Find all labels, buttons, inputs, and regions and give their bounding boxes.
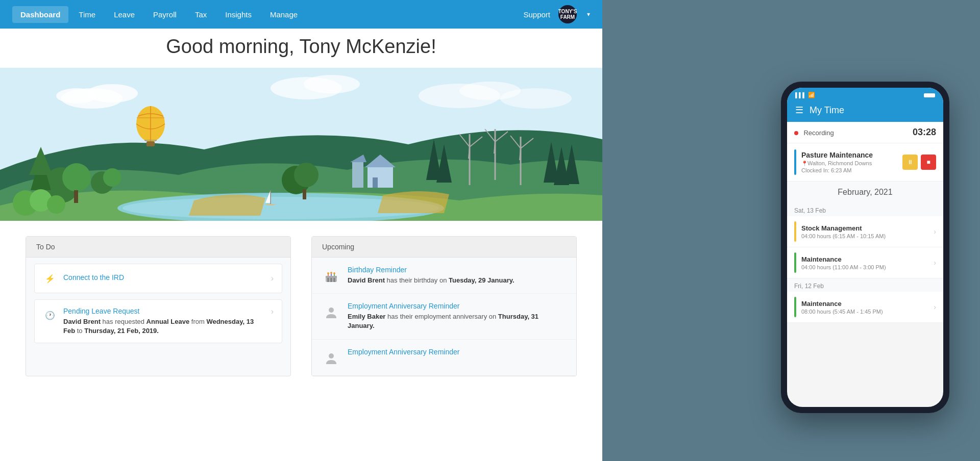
phone-frame: ▌▌▌ 📶 ☰ My Time Recording 03:28: [781, 82, 949, 413]
svg-point-62: [327, 272, 329, 274]
nav-items: Dashboard Time Leave Payroll Tax Insight…: [12, 6, 523, 23]
stock-mgmt-info: Stock Management 04:00 hours (6:15 AM - …: [801, 224, 934, 239]
maintenance2-info: Maintenance 08:00 hours (5:45 AM - 1:45 …: [801, 300, 934, 315]
svg-rect-46: [303, 189, 306, 199]
svg-rect-21: [368, 167, 393, 188]
phone-app-header: ☰ My Time: [787, 100, 943, 122]
todo-item-leave-content: Pending Leave Request David Brent has re…: [63, 307, 267, 336]
upcoming-item-anniversary1: Employment Anniversary Reminder Emily Ba…: [312, 294, 576, 339]
maintenance1-hours: 04:00 hours (11:00 AM - 3:00 PM): [801, 264, 934, 270]
phone-date-fri12: Fri, 12 Feb: [787, 278, 943, 292]
upcoming-item-anniversary2: Employment Anniversary Reminder: [312, 340, 576, 376]
leave-text3: to: [77, 327, 84, 335]
upcoming-birthday-desc: David Brent has their birthday on Tuesda…: [348, 276, 566, 285]
leave-text1: has requested: [103, 318, 146, 325]
greeting-text: Good morning, Tony McKenzie!: [10, 36, 592, 58]
job-info: Pasture Maintenance Walton, Richmond Dow…: [801, 151, 902, 173]
support-link[interactable]: Support: [523, 10, 550, 19]
upcoming-item-birthday: Birthday Reminder David Brent has their …: [312, 258, 576, 294]
maintenance2-title: Maintenance: [801, 300, 934, 308]
svg-rect-52: [146, 141, 155, 146]
phone-recording-bar: Recording 03:28: [787, 122, 943, 143]
maintenance1-chevron: ›: [934, 259, 936, 267]
hero-illustration: [0, 68, 602, 221]
signal-bars-icon: ▌▌▌: [795, 92, 806, 98]
anniversary1-text1: has their employment anniversary on: [387, 313, 498, 320]
upcoming-birthday-content: Birthday Reminder David Brent has their …: [348, 266, 566, 285]
phone-mockup-section: ▌▌▌ 📶 ☰ My Time Recording 03:28: [602, 0, 980, 461]
recording-indicator: Recording: [794, 128, 834, 137]
avatar-text: TONY'SFARM: [558, 9, 577, 20]
job-clock: Clocked In: 6:23 AM: [801, 167, 902, 173]
nav-item-payroll[interactable]: Payroll: [145, 6, 185, 23]
maintenance1-title: Maintenance: [801, 255, 934, 263]
phone-screen: ▌▌▌ 📶 ☰ My Time Recording 03:28: [787, 88, 943, 407]
svg-point-12: [62, 163, 91, 192]
maintenance2-hours: 08:00 hours (5:45 AM - 1:45 PM): [801, 309, 934, 315]
todo-panel: To Do ⚡ Connect to the IRD › 🕐 Pending L…: [26, 236, 291, 376]
svg-rect-23: [373, 177, 378, 188]
svg-point-66: [333, 272, 335, 274]
leave-text2: from: [191, 318, 207, 325]
upcoming-panel: Upcoming: [311, 236, 577, 376]
phone-month-header: February, 2021: [787, 182, 943, 203]
user-dropdown-chevron[interactable]: ▾: [587, 11, 590, 18]
job-title: Pasture Maintenance: [801, 151, 902, 159]
panels-row: To Do ⚡ Connect to the IRD › 🕐 Pending L…: [0, 226, 602, 387]
avatar[interactable]: TONY'SFARM: [558, 5, 577, 23]
svg-point-68: [329, 353, 334, 358]
pause-button[interactable]: ⏸: [902, 155, 918, 170]
phone-entry-maintenance1[interactable]: Maintenance 04:00 hours (11:00 AM - 3:00…: [787, 247, 943, 278]
upcoming-anniversary1-content: Employment Anniversary Reminder Emily Ba…: [348, 302, 566, 330]
anniversary-icon-1: [322, 303, 340, 321]
birthday-icon: [322, 267, 340, 285]
svg-rect-13: [74, 190, 78, 203]
leave-name: David Brent: [63, 318, 101, 325]
phone-status-bar: ▌▌▌ 📶: [787, 88, 943, 100]
todo-item-leave-chevron: ›: [271, 307, 274, 316]
nav-right: Support TONY'SFARM ▾: [523, 5, 590, 23]
todo-item-leave-title[interactable]: Pending Leave Request: [63, 307, 267, 315]
upcoming-anniversary2-title[interactable]: Employment Anniversary Reminder: [348, 348, 566, 356]
nav-item-dashboard[interactable]: Dashboard: [12, 6, 68, 23]
birthday-text1: has their birthday on: [387, 276, 449, 284]
nav-item-insights[interactable]: Insights: [217, 6, 260, 23]
navigation: Dashboard Time Leave Payroll Tax Insight…: [0, 0, 602, 29]
svg-point-8: [500, 88, 572, 109]
phone-entry-stock[interactable]: Stock Management 04:00 hours (6:15 AM - …: [787, 216, 943, 247]
svg-rect-57: [327, 278, 329, 282]
stop-button[interactable]: ■: [921, 155, 936, 170]
svg-point-45: [294, 163, 318, 187]
job-color-bar: [794, 149, 796, 175]
svg-point-64: [330, 272, 332, 274]
recording-dot: [794, 131, 798, 135]
upcoming-birthday-title[interactable]: Birthday Reminder: [348, 266, 566, 274]
job-location: Walton, Richmond Downs: [801, 160, 902, 166]
maintenance1-bar: [794, 252, 796, 273]
nav-item-tax[interactable]: Tax: [187, 6, 215, 23]
phone-entry-maintenance2[interactable]: Maintenance 08:00 hours (5:45 AM - 1:45 …: [787, 292, 943, 323]
phone-date-sat13: Sat, 13 Feb: [787, 203, 943, 216]
phone-menu-icon[interactable]: ☰: [795, 105, 803, 116]
todo-item-leave-desc: David Brent has requested Annual Leave f…: [63, 317, 267, 336]
todo-item-ird[interactable]: ⚡ Connect to the IRD ›: [34, 264, 282, 293]
nav-item-manage[interactable]: Manage: [262, 6, 306, 23]
birthday-day: Tuesday, 29 January.: [449, 276, 514, 284]
nav-item-leave[interactable]: Leave: [106, 6, 143, 23]
svg-point-20: [47, 195, 65, 214]
stock-mgmt-chevron: ›: [934, 227, 936, 236]
svg-point-67: [329, 308, 334, 313]
stock-mgmt-hours: 04:00 hours (6:15 AM - 10:15 AM): [801, 233, 934, 239]
todo-item-leave[interactable]: 🕐 Pending Leave Request David Brent has …: [34, 299, 282, 343]
todo-item-ird-title[interactable]: Connect to the IRD: [63, 273, 267, 281]
todo-item-ird-content: Connect to the IRD: [63, 273, 267, 284]
battery-icon: [924, 93, 935, 97]
stock-mgmt-title: Stock Management: [801, 224, 934, 232]
upcoming-anniversary1-title[interactable]: Employment Anniversary Reminder: [348, 302, 566, 310]
upcoming-anniversary1-desc: Emily Baker has their employment anniver…: [348, 312, 566, 330]
svg-rect-60: [326, 276, 337, 278]
job-actions: ⏸ ■: [902, 155, 936, 170]
ird-icon: ⚡: [43, 271, 57, 286]
stock-mgmt-bar: [794, 221, 796, 242]
nav-item-time[interactable]: Time: [70, 6, 104, 23]
